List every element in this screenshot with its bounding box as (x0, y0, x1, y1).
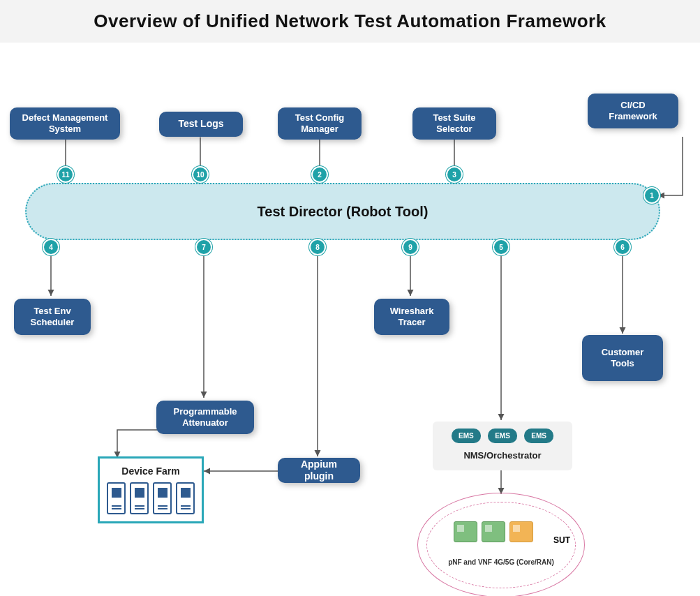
badge-5: 5 (493, 239, 509, 255)
box-programmable-attenuator: Programmable Attenuator (156, 401, 254, 434)
box-wireshark-tracer: Wireshark Tracer (374, 299, 449, 335)
badge-4: 4 (43, 239, 59, 255)
box-test-logs: Test Logs (159, 112, 243, 137)
badge-9: 9 (402, 239, 419, 255)
device-farm-phones (107, 482, 195, 514)
nf-icon (509, 521, 533, 542)
badge-10: 10 (192, 166, 209, 183)
badge-ems-3: EMS (524, 429, 553, 443)
box-device-farm: Device Farm (98, 456, 204, 523)
badge-ems-1: EMS (452, 429, 481, 443)
phone-icon (107, 482, 126, 514)
nms-label: NMS/Orchestrator (442, 450, 563, 461)
badge-7: 7 (195, 239, 212, 255)
sut-label: SUT (553, 535, 570, 545)
phone-icon (153, 482, 172, 514)
nf-icon (454, 521, 477, 542)
nf-icon (482, 521, 505, 542)
box-customer-tools: Customer Tools (582, 335, 663, 381)
badge-11: 11 (57, 166, 74, 183)
badge-ems-2: EMS (488, 429, 517, 443)
box-test-config-manager: Test Config Manager (278, 107, 362, 140)
sut-icons (448, 518, 539, 546)
badge-8: 8 (309, 239, 326, 255)
title-bar: Overview of Unified Network Test Automat… (0, 0, 700, 43)
page-title: Overview of Unified Network Test Automat… (14, 10, 686, 32)
box-test-env-scheduler: Test Env Scheduler (14, 299, 91, 335)
sut-sublabel: pNF and VNF 4G/5G (Core/RAN) (448, 558, 554, 566)
phone-icon (176, 482, 195, 514)
node-test-director: Test Director (Robot Tool) (25, 183, 660, 240)
device-farm-title: Device Farm (107, 465, 195, 477)
box-defect-management: Defect Management System (10, 107, 120, 140)
badge-1: 1 (643, 187, 660, 204)
badge-3: 3 (446, 166, 463, 183)
badge-2: 2 (311, 166, 328, 183)
box-test-suite-selector: Test Suite Selector (412, 107, 496, 140)
node-test-director-label: Test Director (Robot Tool) (258, 204, 429, 220)
box-cicd-framework: CI/CD Framework (588, 94, 678, 128)
diagram-canvas: Defect Management System Test Logs Test … (0, 49, 700, 596)
box-nms-orchestrator: EMS EMS EMS NMS/Orchestrator (433, 422, 572, 470)
phone-icon (130, 482, 149, 514)
box-appium-plugin: Appium plugin (278, 458, 360, 483)
node-sut: pNF and VNF 4G/5G (Core/RAN) SUT (417, 493, 585, 596)
badge-6: 6 (614, 239, 631, 255)
